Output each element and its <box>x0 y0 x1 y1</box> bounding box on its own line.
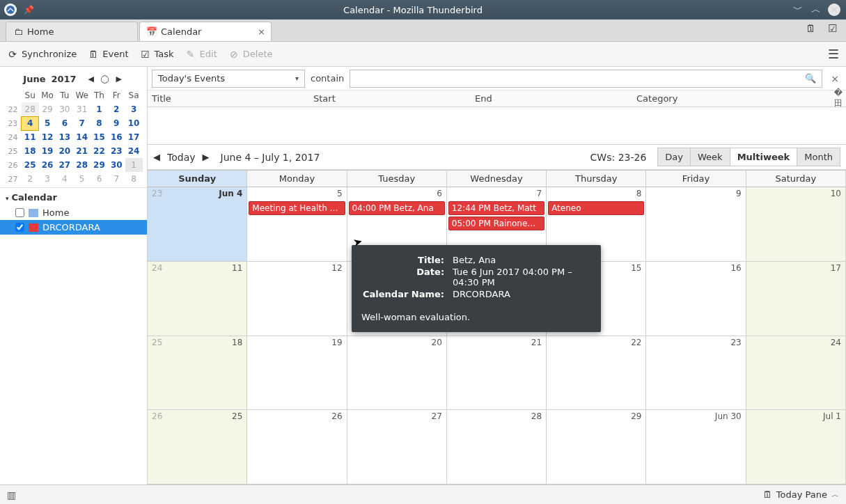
minical-day[interactable]: 2 <box>108 102 125 116</box>
minical-day[interactable]: 21 <box>73 144 91 158</box>
statusbar-left-icon[interactable]: ▥ <box>7 489 16 501</box>
calendar-day-cell[interactable]: 27 <box>347 410 447 484</box>
calendar-today-icon[interactable]: 🗓 <box>804 22 817 35</box>
minical-day[interactable]: 6 <box>91 172 108 186</box>
minical-day[interactable]: 5 <box>73 172 91 186</box>
minical-year[interactable]: 2017 <box>51 74 76 84</box>
calendar-day-cell[interactable]: 2518 <box>148 336 247 410</box>
calendar-item[interactable]: DRCORDARA <box>0 220 147 235</box>
col-category[interactable]: Category <box>632 93 827 104</box>
minical-day[interactable]: 9 <box>108 116 125 130</box>
minical-day[interactable]: 7 <box>108 172 125 186</box>
column-picker-icon[interactable]: �田 <box>827 88 846 109</box>
minical-day[interactable]: 25 <box>22 158 39 172</box>
window-maximize-icon[interactable]: ︿ <box>810 3 822 16</box>
minical-day[interactable]: 20 <box>56 144 73 158</box>
minical-day[interactable]: 28 <box>73 158 91 172</box>
minical-day[interactable]: 1 <box>125 158 143 172</box>
minical-day[interactable]: 8 <box>91 116 108 130</box>
synchronize-button[interactable]: ⟳ Synchronize <box>7 49 77 60</box>
calendar-day-cell[interactable]: 19 <box>247 336 347 410</box>
view-tab-month[interactable]: Month <box>797 148 840 166</box>
calendar-day-cell[interactable]: 23Jun 4 <box>148 187 247 261</box>
minical-day[interactable]: 29 <box>39 102 56 116</box>
calendar-item[interactable]: Home <box>0 205 147 220</box>
today-pane-label[interactable]: Today Pane <box>776 489 827 500</box>
calendar-day-cell[interactable]: 16 <box>646 262 746 336</box>
calendar-event[interactable]: Ateneo <box>548 201 644 215</box>
calendar-day-cell[interactable]: Jun 30 <box>646 410 746 484</box>
view-tab-day[interactable]: Day <box>657 148 691 166</box>
minical-day[interactable]: 8 <box>125 172 143 186</box>
col-title[interactable]: Title <box>148 93 309 104</box>
minical-day[interactable]: 3 <box>39 172 56 186</box>
nav-next-icon[interactable]: ▶ <box>203 152 210 162</box>
minical-day[interactable]: 28 <box>22 102 39 116</box>
view-tab-week[interactable]: Week <box>691 148 730 166</box>
tab-home[interactable]: 🗀 Home <box>6 22 138 41</box>
calendar-event[interactable]: Meeting at Health … <box>249 201 345 215</box>
tab-calendar[interactable]: 📅 Calendar × <box>139 22 272 41</box>
minical-day[interactable]: 18 <box>22 144 39 158</box>
minical-day[interactable]: 12 <box>39 130 56 144</box>
minical-day[interactable]: 2 <box>22 172 39 186</box>
minical-day[interactable]: 29 <box>91 158 108 172</box>
minical-grid[interactable]: SuMoTuWeThFrSa22282930311232345678910241… <box>4 88 143 186</box>
window-minimize-icon[interactable]: ﹀ <box>792 3 804 16</box>
calendar-checkbox[interactable] <box>15 208 24 217</box>
event-button[interactable]: 🗓 Event <box>88 49 128 60</box>
view-tab-multiweek[interactable]: Multiweek <box>730 148 798 166</box>
minical-day[interactable]: 14 <box>73 130 91 144</box>
minical-next-icon[interactable]: ▶ <box>114 74 124 84</box>
calendar-day-cell[interactable]: 12 <box>247 262 347 336</box>
filter-close-icon[interactable]: × <box>828 73 842 84</box>
minical-day[interactable]: 22 <box>91 144 108 158</box>
minical-prev-icon[interactable]: ◀ <box>86 74 96 84</box>
minical-day[interactable]: 15 <box>91 130 108 144</box>
minical-day[interactable]: 3 <box>125 102 143 116</box>
minical-today-icon[interactable]: ◯ <box>100 74 110 84</box>
tasks-icon[interactable]: ☑ <box>827 22 839 35</box>
calendar-day-cell[interactable]: 5Meeting at Health … <box>247 187 347 261</box>
calendar-day-cell[interactable]: 23 <box>646 336 746 410</box>
minical-day[interactable]: 10 <box>125 116 143 130</box>
col-end[interactable]: End <box>471 93 632 104</box>
minical-day[interactable]: 23 <box>108 144 125 158</box>
calendar-checkbox[interactable] <box>15 223 24 232</box>
chevron-up-icon[interactable]: ︿ <box>831 489 839 500</box>
minical-day[interactable]: 5 <box>39 116 56 130</box>
calendar-day-cell[interactable]: 22 <box>547 336 646 410</box>
calendar-day-cell[interactable]: 2625 <box>148 410 247 484</box>
calendar-day-cell[interactable]: 21 <box>447 336 547 410</box>
minical-month[interactable]: June <box>23 74 45 84</box>
col-start[interactable]: Start <box>309 93 471 104</box>
window-close-icon[interactable]: ✕ <box>828 3 840 16</box>
calendar-day-cell[interactable]: 28 <box>447 410 547 484</box>
minical-day[interactable]: 26 <box>39 158 56 172</box>
task-button[interactable]: ☑ Task <box>140 49 174 60</box>
minical-day[interactable]: 6 <box>56 116 73 130</box>
calendar-day-cell[interactable]: 17 <box>746 262 846 336</box>
calendar-event[interactable]: 12:44 PM Betz, Matt <box>448 201 545 215</box>
minical-day[interactable]: 4 <box>56 172 73 186</box>
minical-day[interactable]: 31 <box>73 102 91 116</box>
minical-day[interactable]: 27 <box>56 158 73 172</box>
pin-icon[interactable]: 📌 <box>24 5 34 15</box>
calendar-day-cell[interactable]: 20 <box>347 336 447 410</box>
minical-day[interactable]: 19 <box>39 144 56 158</box>
calendar-day-cell[interactable]: 29 <box>547 410 646 484</box>
nav-today-button[interactable]: Today <box>167 152 196 163</box>
calendar-day-cell[interactable]: 10 <box>746 187 846 261</box>
minical-day[interactable]: 11 <box>22 130 39 144</box>
minical-day[interactable]: 16 <box>108 130 125 144</box>
minical-day[interactable]: 1 <box>91 102 108 116</box>
minical-day[interactable]: 7 <box>73 116 91 130</box>
minical-day[interactable]: 30 <box>56 102 73 116</box>
nav-prev-icon[interactable]: ◀ <box>153 152 160 162</box>
minical-day[interactable]: 24 <box>125 144 143 158</box>
calendar-day-cell[interactable]: 2411 <box>148 262 247 336</box>
calendar-day-cell[interactable]: Jul 1 <box>746 410 846 484</box>
calendar-day-cell[interactable]: 9 <box>646 187 746 261</box>
calendar-event[interactable]: 05:00 PM Rainone… <box>448 216 545 230</box>
minical-day[interactable]: 30 <box>108 158 125 172</box>
